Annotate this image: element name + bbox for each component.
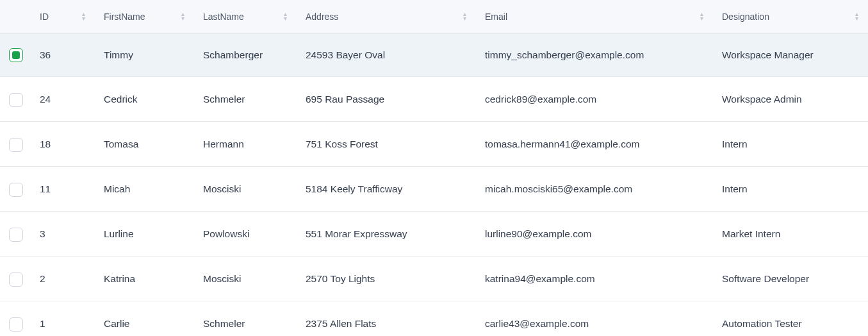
cell-lastname: Mosciski	[194, 256, 297, 301]
column-label: LastName	[203, 12, 244, 22]
cell-address: 751 Koss Forest	[297, 122, 476, 167]
column-header-id[interactable]: ID	[31, 0, 95, 34]
column-header-email[interactable]: Email	[476, 0, 713, 34]
cell-select	[0, 34, 31, 77]
sort-icon[interactable]	[283, 12, 288, 21]
column-header-address[interactable]: Address	[297, 0, 476, 34]
cell-firstname: Timmy	[95, 34, 194, 77]
row-checkbox[interactable]	[9, 228, 23, 242]
cell-email: lurline90@example.com	[476, 212, 713, 256]
row-checkbox[interactable]	[9, 183, 23, 197]
cell-select	[0, 301, 31, 337]
cell-id: 24	[31, 77, 95, 122]
cell-email: micah.mosciski65@example.com	[476, 167, 713, 212]
cell-designation: Workspace Manager	[713, 34, 868, 77]
sort-icon[interactable]	[855, 12, 859, 21]
cell-id: 3	[31, 212, 95, 256]
column-header-designation[interactable]: Designation	[713, 0, 868, 34]
cell-designation: Market Intern	[713, 212, 868, 256]
cell-id: 11	[31, 167, 95, 212]
cell-email: timmy_schamberger@example.com	[476, 34, 713, 77]
table-row: 3LurlinePowlowski551 Morar Expresswaylur…	[0, 212, 868, 256]
cell-address: 551 Morar Expressway	[297, 212, 476, 256]
cell-designation: Intern	[713, 122, 868, 167]
cell-select	[0, 122, 31, 167]
cell-designation: Workspace Admin	[713, 77, 868, 122]
column-label: Address	[306, 12, 338, 22]
cell-lastname: Schmeler	[194, 301, 297, 337]
column-header-select	[0, 0, 31, 34]
row-checkbox[interactable]	[9, 93, 23, 107]
cell-select	[0, 77, 31, 122]
column-header-firstname[interactable]: FirstName	[95, 0, 194, 34]
cell-firstname: Cedrick	[95, 77, 194, 122]
cell-designation: Automation Tester	[713, 301, 868, 337]
sort-icon[interactable]	[463, 12, 467, 21]
row-checkbox[interactable]	[9, 48, 23, 62]
table-row: 18TomasaHermann751 Koss Foresttomasa.her…	[0, 122, 868, 167]
cell-designation: Software Developer	[713, 256, 868, 301]
row-checkbox[interactable]	[9, 273, 23, 287]
table-row: 2KatrinaMosciski2570 Toy Lightskatrina94…	[0, 256, 868, 301]
cell-address: 24593 Bayer Oval	[297, 34, 476, 77]
cell-id: 18	[31, 122, 95, 167]
table-row: 1CarlieSchmeler2375 Allen Flatscarlie43@…	[0, 301, 868, 337]
cell-designation: Intern	[713, 167, 868, 212]
cell-id: 1	[31, 301, 95, 337]
column-label: Email	[485, 12, 507, 22]
table-row: 24CedrickSchmeler695 Rau Passagecedrick8…	[0, 77, 868, 122]
cell-lastname: Hermann	[194, 122, 297, 167]
cell-lastname: Mosciski	[194, 167, 297, 212]
cell-address: 695 Rau Passage	[297, 77, 476, 122]
sort-icon[interactable]	[181, 12, 185, 21]
cell-address: 5184 Keely Trafficway	[297, 167, 476, 212]
cell-email: katrina94@example.com	[476, 256, 713, 301]
cell-id: 2	[31, 256, 95, 301]
cell-lastname: Powlowski	[194, 212, 297, 256]
table-row: 11MicahMosciski5184 Keely Trafficwaymica…	[0, 167, 868, 212]
cell-select	[0, 256, 31, 301]
table-row: 36TimmySchamberger24593 Bayer Ovaltimmy_…	[0, 34, 868, 77]
cell-email: carlie43@example.com	[476, 301, 713, 337]
cell-select	[0, 167, 31, 212]
cell-email: tomasa.hermann41@example.com	[476, 122, 713, 167]
column-header-lastname[interactable]: LastName	[194, 0, 297, 34]
cell-select	[0, 212, 31, 256]
sort-icon[interactable]	[700, 12, 704, 21]
row-checkbox[interactable]	[9, 138, 23, 152]
cell-lastname: Schmeler	[194, 77, 297, 122]
row-checkbox[interactable]	[9, 317, 23, 332]
column-label: Designation	[722, 12, 769, 22]
sort-icon[interactable]	[81, 12, 86, 21]
cell-firstname: Katrina	[95, 256, 194, 301]
data-table: ID FirstName LastName	[0, 0, 868, 336]
cell-email: cedrick89@example.com	[476, 77, 713, 122]
cell-firstname: Tomasa	[95, 122, 194, 167]
cell-address: 2570 Toy Lights	[297, 256, 476, 301]
cell-address: 2375 Allen Flats	[297, 301, 476, 337]
column-label: ID	[40, 12, 49, 22]
cell-firstname: Micah	[95, 167, 194, 212]
cell-firstname: Lurline	[95, 212, 194, 256]
cell-firstname: Carlie	[95, 301, 194, 337]
cell-id: 36	[31, 34, 95, 77]
table-header-row: ID FirstName LastName	[0, 0, 868, 34]
cell-lastname: Schamberger	[194, 34, 297, 77]
column-label: FirstName	[104, 12, 145, 22]
